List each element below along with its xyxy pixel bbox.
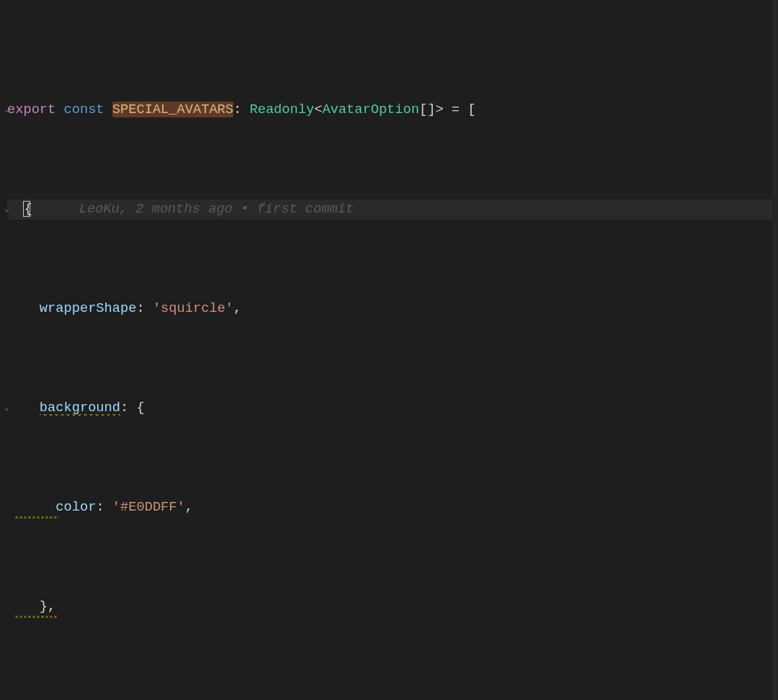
decl-tail: = [: [444, 102, 476, 117]
code-line-active[interactable]: ⌄ { LeoKu, 2 months ago • first commit: [7, 199, 778, 220]
fold-chevron-icon[interactable]: ⌄: [4, 205, 12, 212]
keyword-export: export: [7, 102, 55, 117]
type-avataroption: AvatarOption: [322, 102, 419, 117]
code-line[interactable]: color: '#E0DDFF',: [7, 498, 778, 518]
code-line[interactable]: },: [7, 597, 778, 617]
prop-wrappershape: wrapperShape: [40, 300, 137, 316]
fold-chevron-icon[interactable]: ⌄: [4, 404, 12, 411]
const-name[interactable]: SPECIAL_AVATARS: [112, 102, 233, 117]
prop-color: color: [55, 499, 96, 515]
minimap[interactable]: [772, 0, 778, 700]
warning-squiggle: [14, 616, 58, 618]
type-readonly: Readonly: [249, 102, 314, 117]
git-blame-annotation: LeoKu, 2 months ago • first commit: [79, 201, 354, 217]
code-line[interactable]: ⌄ background: {: [7, 398, 778, 418]
code-editor[interactable]: ⌄export const SPECIAL_AVATARS: Readonly<…: [0, 0, 778, 700]
text-cursor: {: [23, 201, 30, 217]
code-line[interactable]: ⌄ widgets: {: [7, 696, 778, 700]
string-color: '#E0DDFF': [112, 499, 185, 515]
fold-chevron-icon[interactable]: ⌄: [4, 106, 12, 113]
close-brace: },: [40, 598, 55, 614]
warning-squiggle: [14, 516, 59, 519]
keyword-const: const: [64, 102, 104, 117]
code-line[interactable]: wrapperShape: 'squircle',: [7, 299, 778, 319]
code-line[interactable]: ⌄export const SPECIAL_AVATARS: Readonly<…: [7, 100, 778, 120]
string-squircle: 'squircle': [153, 300, 233, 316]
prop-background: background: [40, 400, 120, 416]
